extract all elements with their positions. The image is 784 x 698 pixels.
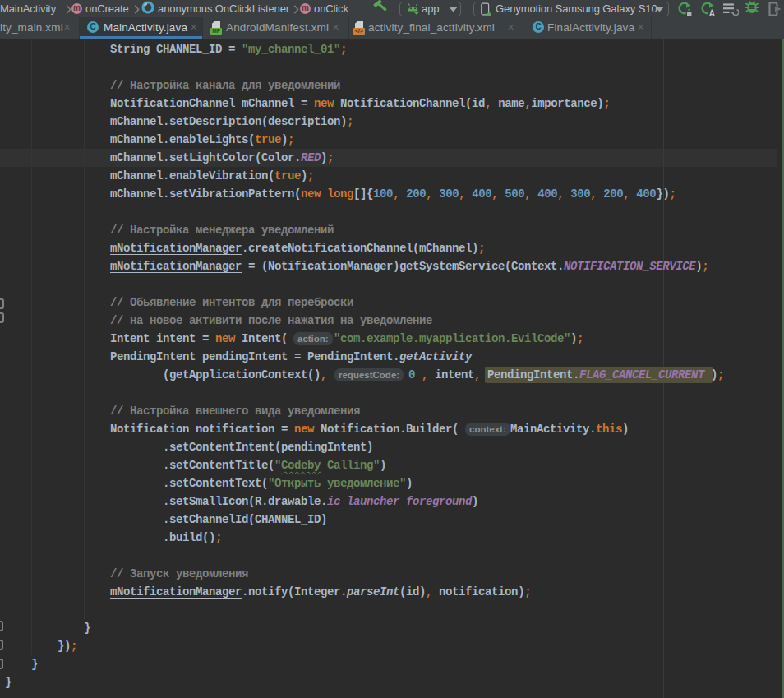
svg-text:A: A <box>709 9 715 17</box>
